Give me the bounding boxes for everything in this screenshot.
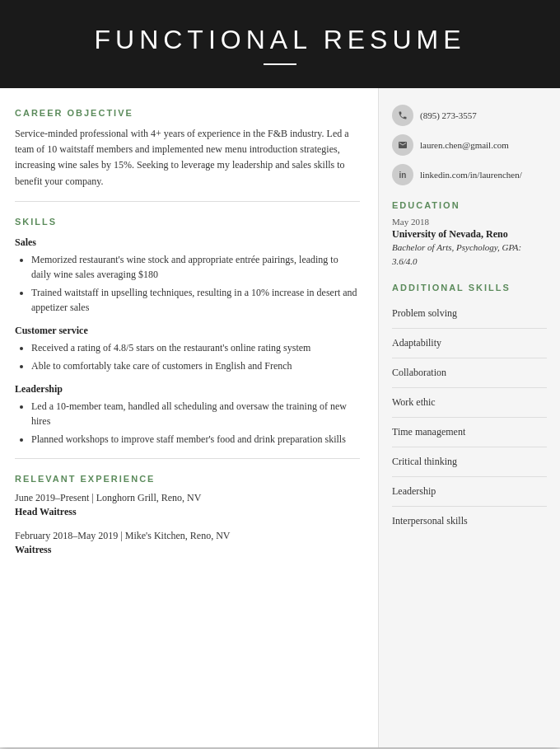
resume-body: CAREER OBJECTIVE Service-minded professi… bbox=[0, 88, 560, 747]
skill-list-customer-service: Received a rating of 4.8/5 stars on the … bbox=[15, 340, 360, 373]
education-title: EDUCATION bbox=[392, 200, 547, 210]
education-school: University of Nevada, Reno bbox=[392, 228, 547, 241]
resume-title: FUNCTIONAL RESUME bbox=[16, 25, 544, 55]
experience-title-2: Waitress bbox=[15, 544, 360, 556]
header-divider bbox=[264, 63, 296, 65]
additional-skill-item: Interpersonal skills bbox=[392, 507, 547, 536]
experience-divider bbox=[15, 458, 360, 459]
additional-skill-item: Collaboration bbox=[392, 358, 547, 388]
list-item: Able to comfortably take care of custome… bbox=[31, 358, 360, 373]
phone-icon bbox=[392, 105, 413, 126]
education-date: May 2018 bbox=[392, 217, 547, 227]
career-objective-text: Service-minded professional with 4+ year… bbox=[15, 126, 360, 190]
additional-skills-title: ADDITIONAL SKILLS bbox=[392, 283, 547, 293]
list-item: Trained waitstaff in upselling technique… bbox=[31, 285, 360, 315]
list-item: Led a 10-member team, handled all schedu… bbox=[31, 399, 360, 428]
linkedin-url: linkedin.com/in/laurenchen/ bbox=[420, 170, 522, 180]
resume-header: FUNCTIONAL RESUME bbox=[0, 0, 560, 88]
additional-skill-item: Critical thinking bbox=[392, 447, 547, 477]
education-degree: Bachelor of Arts, Psychology, GPA: 3.6/4… bbox=[392, 241, 547, 268]
contact-linkedin: in linkedin.com/in/laurenchen/ bbox=[392, 164, 547, 185]
list-item: Received a rating of 4.8/5 stars on the … bbox=[31, 340, 360, 355]
skill-category-customer-service: Customer service bbox=[15, 325, 360, 337]
phone-number: (895) 273-3557 bbox=[420, 110, 477, 120]
linkedin-icon: in bbox=[392, 164, 413, 185]
experience-item-2: February 2018–May 2019 | Mike's Kitchen,… bbox=[15, 530, 360, 556]
experience-item-1: June 2019–Present | Longhorn Grill, Reno… bbox=[15, 492, 360, 518]
skills-divider bbox=[15, 201, 360, 202]
additional-skill-item: Adaptability bbox=[392, 329, 547, 358]
skill-category-sales: Sales bbox=[15, 236, 360, 249]
experience-title-1: Head Waitress bbox=[15, 506, 360, 518]
list-item: Memorized restaurant's wine stock and ap… bbox=[31, 252, 360, 282]
additional-skill-item: Problem solving bbox=[392, 299, 547, 329]
contact-email: lauren.chen@gmail.com bbox=[392, 134, 547, 156]
skill-list-leadership: Led a 10-member team, handled all schedu… bbox=[15, 399, 360, 447]
email-icon bbox=[392, 134, 413, 156]
resume-wrapper: FUNCTIONAL RESUME CAREER OBJECTIVE Servi… bbox=[0, 0, 560, 747]
skill-category-leadership: Leadership bbox=[15, 383, 360, 396]
right-column: (895) 273-3557 lauren.chen@gmail.com in … bbox=[379, 88, 560, 747]
career-objective-title: CAREER OBJECTIVE bbox=[15, 108, 360, 118]
contact-phone: (895) 273-3557 bbox=[392, 105, 547, 126]
experience-meta-1: June 2019–Present | Longhorn Grill, Reno… bbox=[15, 492, 360, 504]
additional-skill-item: Time management bbox=[392, 418, 547, 447]
relevant-experience-title: RELEVANT EXPERIENCE bbox=[15, 474, 360, 484]
additional-skill-item: Leadership bbox=[392, 477, 547, 507]
experience-meta-2: February 2018–May 2019 | Mike's Kitchen,… bbox=[15, 530, 360, 542]
additional-skill-item: Work ethic bbox=[392, 388, 547, 418]
skill-list-sales: Memorized restaurant's wine stock and ap… bbox=[15, 252, 360, 315]
left-column: CAREER OBJECTIVE Service-minded professi… bbox=[0, 88, 379, 747]
list-item: Planned workshops to improve staff membe… bbox=[31, 432, 360, 447]
skills-title: SKILLS bbox=[15, 217, 360, 227]
email-address: lauren.chen@gmail.com bbox=[420, 140, 509, 150]
